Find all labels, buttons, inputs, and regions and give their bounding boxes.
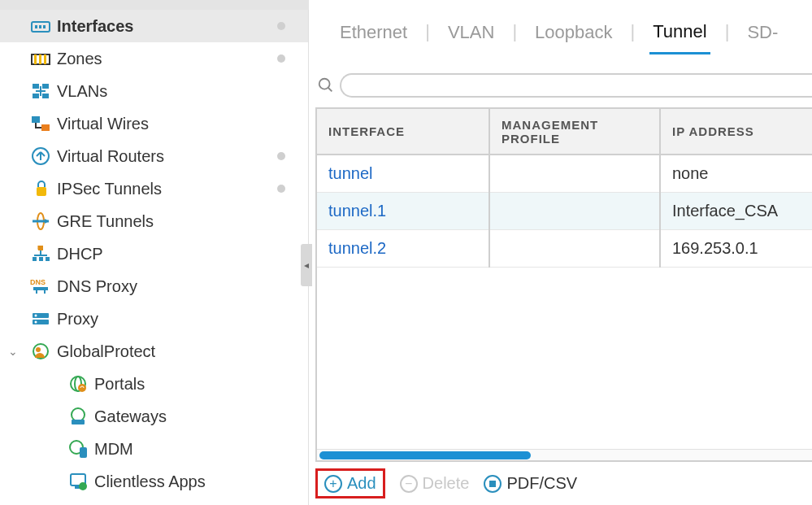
sidebar-item-virtual-routers[interactable]: Virtual Routers [0, 140, 308, 172]
sidebar-item-label: Clientless Apps [94, 472, 206, 491]
horizontal-scrollbar[interactable] [317, 449, 812, 460]
sidebar-item-portals[interactable]: Portals [0, 368, 308, 400]
mgmt-profile-cell [489, 192, 660, 229]
sidebar-item-interfaces[interactable]: Interfaces [0, 10, 308, 42]
gateways-icon [67, 407, 89, 426]
svg-point-34 [35, 315, 37, 317]
clientless-icon [67, 472, 89, 491]
table-row[interactable]: tunnelnone [317, 155, 812, 192]
sidebar-item-label: GlobalProtect [57, 342, 155, 361]
scrollbar-thumb[interactable] [319, 451, 531, 459]
sidebar-item-gre-tunnels[interactable]: GRE Tunnels [0, 205, 308, 237]
svg-rect-2 [39, 25, 41, 28]
svg-rect-5 [34, 54, 37, 64]
tab-vlan[interactable]: VLAN [445, 19, 497, 53]
sidebar-item-ipsec-tunnels[interactable]: IPSec Tunnels [0, 172, 308, 205]
interfaces-icon [29, 19, 52, 33]
status-dot [277, 152, 285, 160]
table-row[interactable]: tunnel.2169.253.0.1 [317, 229, 812, 267]
mgmt-profile-cell [489, 155, 660, 192]
svg-rect-1 [35, 25, 37, 28]
sidebar-item-gateways[interactable]: Gateways [0, 400, 308, 433]
sidebar-item-label: Proxy [57, 310, 98, 329]
svg-rect-7 [44, 54, 46, 64]
tab-separator: | [512, 21, 517, 42]
sidebar-item-globalprotect[interactable]: ⌄GlobalProtect [0, 335, 308, 368]
svg-rect-26 [46, 257, 50, 261]
ip-cell: 169.253.0.1 [660, 229, 812, 267]
interface-link[interactable]: tunnel.1 [317, 192, 489, 229]
svg-rect-17 [37, 187, 46, 196]
sidebar-item-label: DNS Proxy [57, 277, 137, 296]
sidebar-item-clientless-apps[interactable]: Clientless Apps [0, 465, 308, 498]
ipsec-icon [29, 180, 52, 198]
sidebar-item-dns-proxy[interactable]: DNSDNS Proxy [0, 270, 308, 303]
sidebar-item-label: Virtual Wires [57, 115, 149, 133]
delete-button[interactable]: − Delete [400, 474, 470, 493]
virtual-wires-icon [29, 115, 52, 132]
sidebar-item-vlans[interactable]: VLANs [0, 75, 308, 107]
interface-link[interactable]: tunnel [317, 155, 489, 192]
sidebar-item-dhcp[interactable]: IPDHCP [0, 237, 308, 270]
svg-rect-29 [33, 287, 48, 290]
svg-rect-25 [39, 257, 43, 261]
status-dot [277, 185, 285, 193]
search-input[interactable] [340, 73, 812, 98]
zones-icon [29, 51, 52, 66]
tab-separator: | [725, 21, 730, 42]
sidebar-item-virtual-wires[interactable]: Virtual Wires [0, 107, 308, 140]
tab-ethernet[interactable]: Ethernet [337, 19, 410, 53]
svg-rect-44 [80, 447, 87, 458]
svg-point-48 [319, 79, 330, 89]
sidebar-item-label: Zones [57, 50, 102, 68]
table-row[interactable]: tunnel.1Interface_CSA [317, 192, 812, 229]
sidebar-item-mdm[interactable]: MDM [0, 433, 308, 465]
interfaces-table: INTERFACE MANAGEMENT PROFILE IP ADDRESS … [317, 109, 812, 268]
svg-point-37 [36, 347, 41, 352]
svg-rect-10 [33, 94, 39, 98]
collapse-handle[interactable]: ◂ [301, 244, 312, 286]
dhcp-icon: IP [29, 244, 52, 263]
svg-point-35 [35, 321, 37, 324]
pdf-csv-button[interactable]: PDF/CSV [484, 474, 577, 493]
tab-sd[interactable]: SD- [744, 19, 781, 53]
svg-rect-6 [39, 54, 41, 64]
svg-rect-11 [42, 94, 49, 98]
col-ip[interactable]: IP ADDRESS [660, 109, 812, 155]
status-dot [277, 22, 285, 30]
svg-rect-3 [43, 25, 46, 28]
tab-tunnel[interactable]: Tunnel [649, 18, 710, 54]
virtual-routers-icon [29, 146, 52, 166]
sidebar-item-label: IPSec Tunnels [57, 180, 162, 198]
sidebar-item-label: MDM [94, 440, 133, 459]
tab-loopback[interactable]: Loopback [532, 19, 615, 53]
svg-text:DNS: DNS [30, 278, 46, 286]
sidebar-item-label: Gateways [94, 407, 167, 426]
portals-icon [67, 374, 89, 394]
dnsproxy-icon: DNS [29, 277, 52, 295]
chevron-down-icon: ⌄ [8, 345, 18, 358]
svg-rect-15 [41, 124, 50, 131]
sidebar-item-proxy[interactable]: Proxy [0, 303, 308, 335]
svg-rect-14 [32, 116, 40, 123]
proxy-icon [29, 311, 52, 327]
mdm-icon [67, 439, 89, 459]
globalprotect-icon [29, 342, 52, 361]
delete-label: Delete [423, 474, 470, 493]
svg-rect-24 [33, 257, 37, 261]
svg-line-49 [328, 88, 332, 92]
col-interface[interactable]: INTERFACE [317, 109, 489, 155]
tab-separator: | [631, 21, 636, 42]
svg-point-40 [78, 384, 86, 392]
sidebar-item-label: Virtual Routers [57, 147, 164, 166]
col-mgmt-profile[interactable]: MANAGEMENT PROFILE [489, 109, 660, 155]
minus-icon: − [400, 475, 418, 493]
tabs: Ethernet|VLAN|Loopback|Tunnel|SD- [309, 0, 812, 57]
interface-link[interactable]: tunnel.2 [317, 229, 489, 267]
search-row [309, 57, 812, 98]
pdf-label: PDF/CSV [506, 474, 577, 493]
sidebar-item-zones[interactable]: Zones [0, 42, 308, 75]
add-label: Add [347, 474, 376, 493]
add-button[interactable]: + Add [324, 474, 376, 493]
ip-cell: none [660, 155, 812, 192]
